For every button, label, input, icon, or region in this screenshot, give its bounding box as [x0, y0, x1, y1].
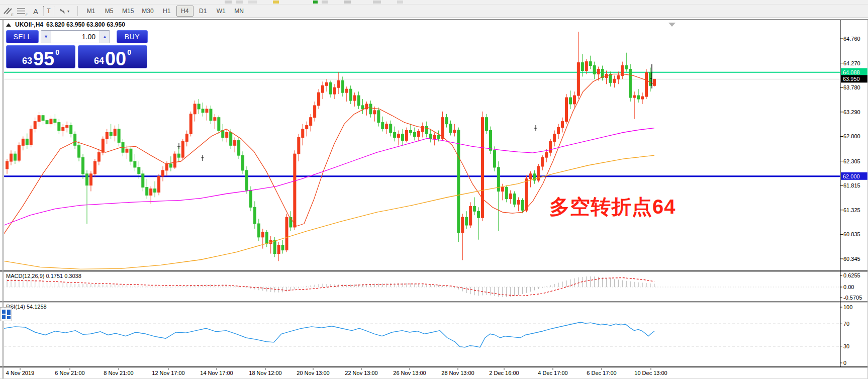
tf-h4-button[interactable]: H4: [176, 6, 194, 17]
symbol-name: UKOil-,H4: [15, 21, 43, 28]
price-badge-text: 62.000: [843, 173, 860, 179]
mt4-terminal: 64.76064.27063.78063.29062.80062.30561.8…: [0, 0, 868, 379]
time-tick-label: 12 Nov 17:00: [152, 370, 184, 376]
icon-sub-label: F: [26, 13, 28, 17]
candle-body: [249, 191, 252, 208]
toolbar-fragment-icon: [313, 1, 318, 4]
candle-body: [565, 98, 568, 122]
candle-body: [425, 127, 428, 134]
candle-body: [82, 157, 84, 174]
volume-input[interactable]: [51, 31, 100, 43]
candle-body: [329, 82, 332, 94]
candle-body: [545, 152, 548, 157]
rsi-tick-label: 100: [843, 304, 852, 310]
candle-body: [641, 97, 644, 99]
candle-body: [457, 130, 460, 233]
candle-body: [22, 139, 24, 145]
time-tick-label: 10 Dec 13:00: [634, 370, 667, 376]
caret-down-icon: ▼: [44, 34, 48, 39]
toolbar-top-strip: [0, 0, 868, 5]
volume-increase-button[interactable]: ▲: [100, 31, 110, 43]
candle-body: [633, 96, 636, 98]
candle-body: [609, 74, 612, 82]
candle-body: [26, 139, 28, 145]
dropdown-caret-icon: ▾: [67, 9, 69, 14]
candle-body: [206, 109, 208, 113]
sell-price-small: 63: [22, 56, 32, 65]
candle-body: [394, 132, 396, 137]
indicator-window-icon[interactable]: [0, 307, 12, 321]
candle-body: [486, 118, 488, 131]
candle-body: [349, 89, 352, 101]
candle-body: [218, 118, 220, 131]
buy-button[interactable]: BUY: [117, 30, 148, 43]
rsi-tick-label: 70: [843, 321, 849, 327]
candle-body: [150, 189, 152, 196]
candle-body: [517, 200, 520, 204]
grid-icon[interactable]: F: [15, 6, 28, 17]
price-tick-label: 60.835: [843, 231, 860, 237]
tf-m5-button[interactable]: M5: [101, 6, 118, 17]
price-tick-label: 62.305: [843, 158, 860, 164]
cursor-arrows-icon[interactable]: ▾: [55, 6, 72, 17]
candle-body: [402, 134, 404, 140]
tf-m15-button[interactable]: M15: [119, 6, 137, 17]
time-tick-label: 2 Dec 16:00: [489, 370, 519, 376]
price-badge-text: 63.950: [843, 76, 860, 82]
candle-body: [310, 118, 312, 126]
candle-body: [345, 89, 348, 92]
candle-body: [298, 137, 300, 154]
candle-body: [637, 96, 640, 99]
tf-d1-button[interactable]: D1: [195, 6, 212, 17]
candle-body: [469, 206, 472, 225]
candle-body: [230, 132, 232, 145]
candle-body: [613, 79, 616, 82]
text-label-icon[interactable]: A: [29, 6, 42, 17]
time-tick-label: 4 Nov 2019: [6, 370, 34, 376]
candle-body: [106, 132, 108, 139]
candle-body: [377, 111, 380, 123]
tf-h1-button[interactable]: H1: [158, 6, 175, 17]
candle-body: [302, 129, 304, 138]
candle-body: [341, 80, 344, 92]
price-badge-text: 64.088: [843, 69, 860, 75]
candle-body: [529, 174, 532, 179]
draw-crayon-icon[interactable]: E: [1, 6, 14, 17]
candle-body: [501, 187, 504, 192]
candle-body: [449, 124, 452, 133]
macd-label: MACD(12,26,9) 0.1751 0.3038: [6, 273, 81, 279]
candle-body: [62, 128, 64, 131]
candle-body: [158, 176, 160, 193]
candle-body: [477, 211, 480, 218]
chart-shift-marker-icon[interactable]: [668, 23, 676, 27]
time-tick-label: 14 Nov 17:00: [200, 370, 233, 376]
sell-price-big: 95: [33, 51, 54, 67]
candle-body: [353, 96, 356, 101]
candle-body: [373, 111, 376, 114]
candle-body: [513, 194, 516, 205]
volume-decrease-button[interactable]: ▼: [41, 31, 51, 43]
text-box-icon[interactable]: T: [43, 6, 54, 16]
candle-body: [173, 154, 176, 167]
tf-m1-button[interactable]: M1: [82, 6, 100, 17]
tf-mn-button[interactable]: MN: [231, 6, 248, 17]
tf-w1-button[interactable]: W1: [213, 6, 230, 17]
sell-button[interactable]: SELL: [6, 30, 39, 43]
candle-body: [246, 170, 248, 191]
price-tick-label: 64.270: [843, 60, 860, 66]
candle-body: [521, 200, 524, 210]
tf-m30-button[interactable]: M30: [138, 6, 157, 17]
candle-body: [238, 140, 240, 155]
candle-body: [505, 187, 508, 199]
sell-price-display[interactable]: 63 95 0: [6, 45, 75, 68]
time-tick-label: 28 Nov 13:00: [441, 370, 474, 376]
candle-body: [6, 161, 9, 169]
candle-body: [214, 118, 216, 121]
buy-price-display[interactable]: 64 00 0: [78, 45, 147, 68]
candle-body: [561, 122, 564, 128]
candle-body: [202, 109, 204, 113]
chart-text-annotation[interactable]: 多空转折点64: [549, 193, 676, 221]
candle-body: [473, 206, 476, 211]
candle-body: [645, 72, 648, 97]
rsi-tick-label: 30: [843, 343, 849, 349]
